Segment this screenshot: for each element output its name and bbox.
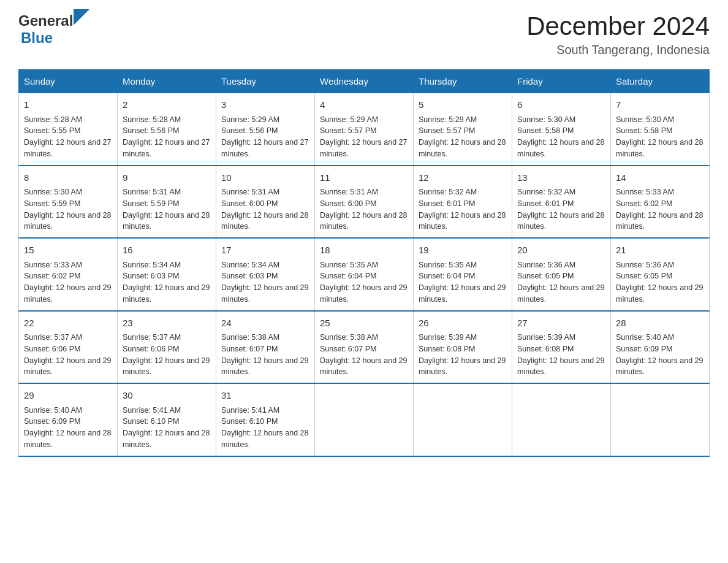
calendar-cell: 9Sunrise: 5:31 AMSunset: 5:59 PMDaylight… (118, 166, 216, 239)
daylight-text: Daylight: 12 hours and 29 minutes. (616, 282, 704, 305)
sunrise-text: Sunrise: 5:32 AM (517, 186, 605, 198)
calendar-cell: 16Sunrise: 5:34 AMSunset: 6:03 PMDayligh… (118, 238, 216, 311)
sunrise-text: Sunrise: 5:31 AM (123, 186, 211, 198)
sunrise-text: Sunrise: 5:35 AM (419, 259, 507, 271)
calendar-cell: 24Sunrise: 5:38 AMSunset: 6:07 PMDayligh… (216, 311, 315, 384)
calendar-cell: 8Sunrise: 5:30 AMSunset: 5:59 PMDaylight… (19, 166, 118, 239)
sunset-text: Sunset: 5:55 PM (24, 125, 112, 137)
daylight-text: Daylight: 12 hours and 28 minutes. (123, 210, 211, 233)
sunset-text: Sunset: 6:01 PM (517, 198, 605, 210)
day-number: 11 (320, 171, 408, 185)
daylight-text: Daylight: 12 hours and 29 minutes. (419, 282, 507, 305)
sunset-text: Sunset: 6:10 PM (221, 416, 309, 427)
sunrise-text: Sunrise: 5:41 AM (221, 405, 309, 416)
daylight-text: Daylight: 12 hours and 29 minutes. (221, 355, 309, 378)
day-number: 12 (419, 171, 507, 185)
sunset-text: Sunset: 5:59 PM (123, 198, 211, 210)
sunrise-text: Sunrise: 5:38 AM (320, 332, 408, 343)
calendar-cell: 15Sunrise: 5:33 AMSunset: 6:02 PMDayligh… (19, 238, 118, 311)
day-number: 6 (517, 98, 605, 112)
sunrise-text: Sunrise: 5:40 AM (24, 405, 112, 416)
sunrise-text: Sunrise: 5:34 AM (221, 259, 309, 271)
sunset-text: Sunset: 5:56 PM (221, 125, 309, 137)
sunrise-text: Sunrise: 5:41 AM (123, 405, 211, 416)
sunrise-text: Sunrise: 5:29 AM (221, 114, 309, 126)
calendar-cell: 6Sunrise: 5:30 AMSunset: 5:58 PMDaylight… (512, 93, 611, 166)
day-number: 24 (221, 316, 309, 331)
sunrise-text: Sunrise: 5:31 AM (320, 186, 408, 198)
calendar-cell (414, 383, 512, 456)
logo-general: General (18, 12, 73, 29)
sunrise-text: Sunrise: 5:32 AM (419, 186, 507, 198)
day-number: 31 (221, 389, 309, 403)
sunset-text: Sunset: 6:02 PM (24, 270, 112, 282)
daylight-text: Daylight: 12 hours and 29 minutes. (24, 282, 112, 305)
sunset-text: Sunset: 5:57 PM (419, 125, 507, 137)
sunrise-text: Sunrise: 5:29 AM (320, 114, 408, 126)
calendar-cell: 28Sunrise: 5:40 AMSunset: 6:09 PMDayligh… (611, 311, 710, 384)
daylight-text: Daylight: 12 hours and 28 minutes. (221, 427, 309, 451)
day-number: 30 (123, 389, 211, 403)
sunset-text: Sunset: 6:05 PM (517, 270, 605, 282)
daylight-text: Daylight: 12 hours and 29 minutes. (320, 282, 408, 305)
sunset-text: Sunset: 5:59 PM (24, 198, 112, 210)
day-number: 18 (320, 243, 408, 258)
sunrise-text: Sunrise: 5:37 AM (24, 332, 112, 343)
sunrise-text: Sunrise: 5:31 AM (221, 186, 309, 198)
day-number: 10 (221, 171, 309, 185)
daylight-text: Daylight: 12 hours and 28 minutes. (616, 210, 704, 233)
calendar-cell: 4Sunrise: 5:29 AMSunset: 5:57 PMDaylight… (315, 93, 414, 166)
calendar-table: SundayMondayTuesdayWednesdayThursdayFrid… (18, 69, 710, 457)
calendar-cell: 20Sunrise: 5:36 AMSunset: 6:05 PMDayligh… (512, 238, 611, 311)
daylight-text: Daylight: 12 hours and 27 minutes. (221, 137, 309, 160)
day-number: 19 (419, 243, 507, 258)
calendar-cell: 27Sunrise: 5:39 AMSunset: 6:08 PMDayligh… (512, 311, 611, 384)
calendar-cell: 30Sunrise: 5:41 AMSunset: 6:10 PMDayligh… (118, 383, 216, 456)
sunrise-text: Sunrise: 5:37 AM (123, 332, 211, 343)
day-number: 23 (123, 316, 211, 331)
sunset-text: Sunset: 6:03 PM (221, 270, 309, 282)
daylight-text: Daylight: 12 hours and 28 minutes. (320, 210, 408, 233)
logo-arrow-icon (74, 9, 89, 25)
calendar-cell: 12Sunrise: 5:32 AMSunset: 6:01 PMDayligh… (414, 166, 512, 239)
sunrise-text: Sunrise: 5:30 AM (24, 186, 112, 198)
day-number: 9 (123, 171, 211, 185)
sunset-text: Sunset: 6:05 PM (616, 270, 704, 282)
calendar-cell: 5Sunrise: 5:29 AMSunset: 5:57 PMDaylight… (414, 93, 512, 166)
sunset-text: Sunset: 6:07 PM (221, 343, 309, 355)
sunset-text: Sunset: 5:58 PM (517, 125, 605, 137)
calendar-cell: 19Sunrise: 5:35 AMSunset: 6:04 PMDayligh… (414, 238, 512, 311)
sunset-text: Sunset: 6:09 PM (616, 343, 704, 355)
sunset-text: Sunset: 6:01 PM (419, 198, 507, 210)
day-number: 14 (616, 171, 704, 185)
sunrise-text: Sunrise: 5:30 AM (517, 114, 605, 126)
sunset-text: Sunset: 6:02 PM (616, 198, 704, 210)
sunset-text: Sunset: 6:08 PM (419, 343, 507, 355)
calendar-cell (512, 383, 611, 456)
day-number: 17 (221, 243, 309, 258)
col-header-monday: Monday (118, 70, 216, 93)
sunrise-text: Sunrise: 5:34 AM (123, 259, 211, 271)
sunrise-text: Sunrise: 5:33 AM (24, 259, 112, 271)
day-number: 2 (123, 98, 211, 112)
sunrise-text: Sunrise: 5:36 AM (616, 259, 704, 271)
location-subtitle: South Tangerang, Indonesia (526, 43, 710, 57)
col-header-sunday: Sunday (19, 70, 118, 93)
daylight-text: Daylight: 12 hours and 28 minutes. (123, 427, 211, 451)
sunset-text: Sunset: 6:07 PM (320, 343, 408, 355)
daylight-text: Daylight: 12 hours and 27 minutes. (123, 137, 211, 160)
calendar-cell: 22Sunrise: 5:37 AMSunset: 6:06 PMDayligh… (19, 311, 118, 384)
sunset-text: Sunset: 6:10 PM (123, 416, 211, 427)
sunset-text: Sunset: 6:00 PM (320, 198, 408, 210)
calendar-cell (315, 383, 414, 456)
sunrise-text: Sunrise: 5:35 AM (320, 259, 408, 271)
day-number: 25 (320, 316, 408, 331)
day-number: 5 (419, 98, 507, 112)
calendar-cell: 13Sunrise: 5:32 AMSunset: 6:01 PMDayligh… (512, 166, 611, 239)
sunset-text: Sunset: 6:06 PM (24, 343, 112, 355)
sunrise-text: Sunrise: 5:39 AM (419, 332, 507, 343)
sunrise-text: Sunrise: 5:28 AM (24, 114, 112, 126)
calendar-cell: 29Sunrise: 5:40 AMSunset: 6:09 PMDayligh… (19, 383, 118, 456)
sunset-text: Sunset: 5:57 PM (320, 125, 408, 137)
calendar-cell (611, 383, 710, 456)
